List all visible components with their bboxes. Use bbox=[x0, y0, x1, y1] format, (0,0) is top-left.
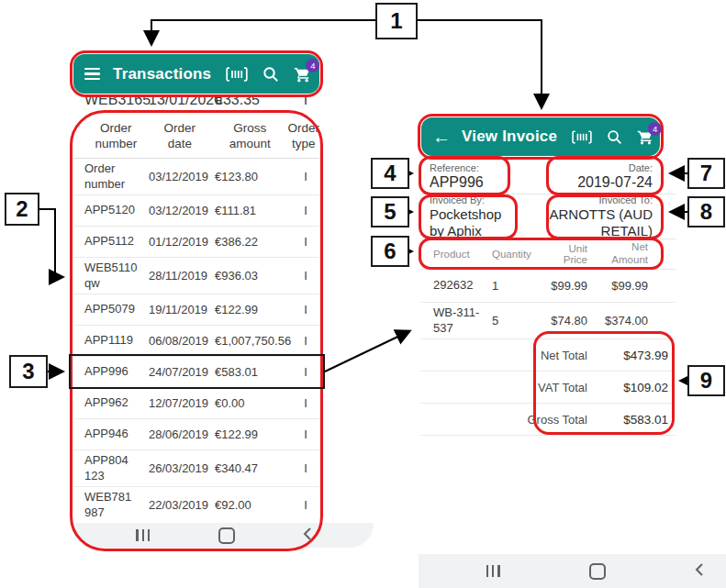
callout-box-9: 9 bbox=[687, 365, 725, 396]
invoice-page-title: View Invoice bbox=[462, 128, 557, 146]
hamburger-menu-icon[interactable] bbox=[84, 68, 100, 80]
barcode-scan-icon[interactable] bbox=[226, 67, 248, 82]
transaction-row[interactable]: APP111906/08/2019€1,007,750.56I bbox=[73, 326, 319, 357]
column-header-order-type: Order type bbox=[287, 121, 319, 151]
callout-number: 3 bbox=[22, 359, 34, 384]
home-icon[interactable] bbox=[218, 527, 235, 544]
callout-box-3: 3 bbox=[9, 355, 48, 388]
gross-amount-cell: €123.80 bbox=[215, 170, 292, 183]
callout-box-1: 1 bbox=[375, 3, 418, 39]
transactions-appbar: Transactions 4 bbox=[73, 54, 319, 94]
order-type-cell: I bbox=[292, 461, 319, 475]
order-number-cell: APP5079 bbox=[84, 302, 149, 316]
search-icon[interactable] bbox=[262, 66, 279, 83]
transaction-row[interactable]: WEB781 98722/03/2019€92.00I bbox=[73, 487, 319, 524]
column-header-quantity: Quantity bbox=[492, 249, 545, 260]
order-type-cell: I bbox=[292, 303, 319, 316]
transaction-row[interactable]: APP511201/12/2019€386.22I bbox=[73, 227, 319, 258]
transactions-table-body: Order number03/12/2019€123.80IAPP512003/… bbox=[73, 159, 319, 524]
transaction-row[interactable]: APP512003/12/2019€111.81I bbox=[73, 195, 319, 227]
back-chevron-icon[interactable] bbox=[303, 527, 312, 545]
transactions-table: Order number Order date Gross amount Ord… bbox=[73, 115, 319, 524]
order-date-cell: 19/11/2019 bbox=[149, 303, 215, 316]
callout-number: 6 bbox=[384, 239, 396, 264]
transaction-row[interactable]: WEB5110 qw28/11/2019€936.03I bbox=[73, 258, 319, 294]
transaction-row[interactable]: APP804 12326/03/2019€340.47I bbox=[73, 450, 319, 487]
invoice-date-field: Date: 2019-07-24 bbox=[548, 158, 653, 194]
transaction-row[interactable]: APP94628/06/2019€122.99I bbox=[73, 419, 319, 450]
order-number-cell: APP804 123 bbox=[84, 453, 149, 483]
barcode-scan-icon[interactable] bbox=[572, 130, 592, 144]
invoiced-to-label: Invoiced To: bbox=[548, 194, 653, 205]
callout-box-7: 7 bbox=[687, 158, 725, 189]
callout-box-8: 8 bbox=[687, 196, 725, 227]
gross-amount-cell: €936.03 bbox=[215, 269, 292, 283]
order-number-cell: APP5112 bbox=[84, 234, 149, 249]
order-number-cell: APP962 bbox=[84, 395, 149, 410]
column-header-order-number: Order number bbox=[84, 121, 148, 151]
cart-icon[interactable]: 4 bbox=[637, 128, 654, 146]
callout-number: 8 bbox=[700, 199, 712, 225]
gross-amount-cell: €111.81 bbox=[215, 204, 292, 217]
gross-amount-cell: €340.47 bbox=[215, 461, 292, 475]
callout-number: 1 bbox=[390, 8, 402, 34]
invoice-total-row: Gross Total$583.01 bbox=[420, 404, 676, 436]
transaction-row[interactable]: Order number03/12/2019€123.80I bbox=[73, 159, 319, 195]
unit-price-cell: $74.80 bbox=[545, 314, 587, 327]
column-header-order-date: Order date bbox=[148, 121, 213, 151]
callout-number: 9 bbox=[700, 368, 712, 394]
quantity-cell: 1 bbox=[492, 279, 545, 293]
order-number-cell: APP996 bbox=[84, 364, 149, 379]
recents-icon[interactable] bbox=[486, 565, 500, 577]
recents-icon[interactable] bbox=[136, 529, 150, 541]
column-header-net-amount: Net Amount bbox=[587, 241, 648, 267]
order-number-cell: APP1119 bbox=[84, 333, 149, 348]
order-date-cell: 06/08/2019 bbox=[149, 334, 215, 348]
home-icon[interactable] bbox=[589, 563, 606, 580]
search-icon[interactable] bbox=[607, 129, 622, 145]
partial-transaction-row[interactable]: WEB3165 13/01/2020 €33.35 I bbox=[73, 95, 319, 111]
android-navbar-right bbox=[419, 554, 726, 588]
product-cell: WB-311-537 bbox=[433, 305, 492, 336]
order-date-cell: 12/07/2019 bbox=[149, 396, 215, 410]
order-number-cell: APP946 bbox=[84, 427, 149, 441]
total-label: Gross Total bbox=[527, 413, 587, 427]
invoice-line-item[interactable]: WB-311-5375$74.80$374.00 bbox=[420, 303, 676, 339]
order-date-cell: 13/01/2020 bbox=[149, 95, 215, 108]
invoice-totals: Net Total$473.99VAT Total$109.02Gross To… bbox=[420, 339, 676, 436]
date-value: 2019-07-24 bbox=[548, 174, 653, 191]
unit-price-cell: $99.99 bbox=[545, 279, 587, 293]
transaction-row[interactable]: APP96212/07/2019€0.00I bbox=[73, 388, 319, 419]
order-type-cell: I bbox=[292, 427, 319, 441]
order-date-cell: 01/12/2019 bbox=[149, 235, 215, 249]
callout-box-4: 4 bbox=[371, 158, 409, 189]
callout-box-6: 6 bbox=[371, 236, 409, 267]
callout-number: 5 bbox=[384, 199, 396, 225]
order-type-cell: I bbox=[292, 170, 319, 183]
back-chevron-icon[interactable] bbox=[695, 562, 704, 581]
invoiced-by-label: Invoiced By: bbox=[430, 194, 514, 205]
cart-badge: 4 bbox=[648, 122, 662, 136]
invoice-total-row: Net Total$473.99 bbox=[420, 339, 676, 372]
order-date-cell: 24/07/2019 bbox=[149, 365, 215, 379]
callout-number: 7 bbox=[700, 161, 712, 186]
order-type-cell: I bbox=[292, 498, 319, 512]
gross-amount-cell: €92.00 bbox=[215, 498, 292, 512]
invoice-table-header: Product Quantity Unit Price Net Amount bbox=[420, 239, 676, 270]
net-amount-cell: $99.99 bbox=[587, 279, 648, 294]
transaction-row-selected[interactable]: APP99624/07/2019€583.01I bbox=[73, 357, 319, 388]
gross-amount-cell: €1,007,750.56 bbox=[215, 334, 292, 348]
cart-badge: 4 bbox=[306, 59, 319, 72]
callout-box-2: 2 bbox=[5, 193, 39, 226]
gross-amount-cell: €122.99 bbox=[215, 303, 292, 316]
reference-value: APP996 bbox=[430, 174, 508, 191]
invoice-total-row: VAT Total$109.02 bbox=[420, 372, 676, 404]
total-label: VAT Total bbox=[538, 381, 587, 394]
transaction-row[interactable]: APP507919/11/2019€122.99I bbox=[73, 294, 319, 326]
order-date-cell: 03/12/2019 bbox=[149, 170, 215, 183]
back-arrow-icon[interactable]: ← bbox=[432, 128, 451, 146]
order-number-cell: WEB781 987 bbox=[84, 490, 149, 520]
cart-icon[interactable]: 4 bbox=[294, 65, 312, 83]
tutorial-page: Transactions 4 WEB3165 13/01/2020 €33.35… bbox=[0, 0, 726, 588]
invoice-line-item[interactable]: 2926321$99.99$99.99 bbox=[420, 270, 676, 303]
